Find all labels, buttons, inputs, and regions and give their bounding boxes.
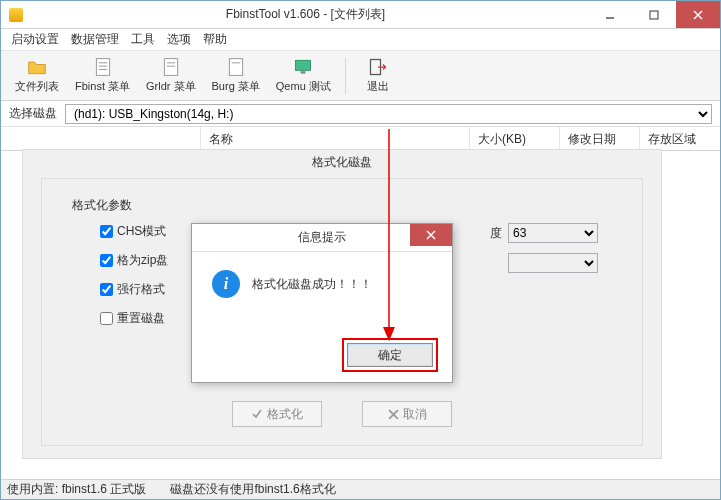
document-icon bbox=[93, 57, 113, 77]
column-size[interactable]: 大小(KB) bbox=[470, 127, 560, 150]
column-date[interactable]: 修改日期 bbox=[560, 127, 640, 150]
minimize-button[interactable] bbox=[588, 1, 632, 28]
messagebox-titlebar: 信息提示 bbox=[192, 224, 452, 252]
menu-item-help[interactable]: 帮助 bbox=[203, 31, 227, 48]
menu-item-data[interactable]: 数据管理 bbox=[71, 31, 119, 48]
chk-reset-input[interactable] bbox=[100, 312, 113, 325]
ok-button-highlight: 确定 bbox=[342, 338, 438, 372]
window-titlebar: FbinstTool v1.606 - [文件列表] bbox=[1, 1, 720, 29]
format-dialog-title: 格式化磁盘 bbox=[23, 150, 661, 177]
disk-select-row: 选择磁盘 (hd1): USB_Kingston(14g, H:) bbox=[1, 101, 720, 127]
ok-button[interactable]: 确定 bbox=[347, 343, 433, 367]
format-button[interactable]: 格式化 bbox=[232, 401, 322, 427]
svg-rect-11 bbox=[229, 59, 242, 76]
close-button[interactable] bbox=[676, 1, 720, 28]
format-params-label: 格式化参数 bbox=[72, 197, 132, 214]
chk-reset-disk[interactable]: 重置磁盘 bbox=[100, 310, 168, 327]
status-bar: 使用内置: fbinst1.6 正式版 磁盘还没有使用fbinst1.6格式化 bbox=[1, 479, 720, 499]
second-select[interactable] bbox=[508, 253, 598, 273]
chk-chs-mode[interactable]: CHS模式 bbox=[100, 223, 168, 240]
svg-rect-14 bbox=[301, 71, 306, 74]
menu-item-options[interactable]: 选项 bbox=[167, 31, 191, 48]
column-header: 名称 大小(KB) 修改日期 存放区域 bbox=[1, 127, 720, 151]
close-icon bbox=[426, 230, 436, 240]
chk-force-input[interactable] bbox=[100, 283, 113, 296]
toolbar-qemu-test[interactable]: Qemu 测试 bbox=[270, 55, 337, 96]
messagebox-message: 格式化磁盘成功！！！ bbox=[252, 276, 372, 293]
svg-rect-13 bbox=[296, 60, 311, 70]
chk-zip-input[interactable] bbox=[100, 254, 113, 267]
disk-select-dropdown[interactable]: (hd1): USB_Kingston(14g, H:) bbox=[65, 104, 712, 124]
document-icon bbox=[226, 57, 246, 77]
menu-item-tools[interactable]: 工具 bbox=[131, 31, 155, 48]
column-name[interactable]: 名称 bbox=[201, 127, 470, 150]
toolbar-fbinst-menu[interactable]: Fbinst 菜单 bbox=[69, 55, 136, 96]
chk-chs-input[interactable] bbox=[100, 225, 113, 238]
monitor-icon bbox=[293, 57, 313, 77]
toolbar-grldr-menu[interactable]: Grldr 菜单 bbox=[140, 55, 202, 96]
document-icon bbox=[161, 57, 181, 77]
chk-force-format[interactable]: 强行格式 bbox=[100, 281, 168, 298]
toolbar-file-list[interactable]: 文件列表 bbox=[9, 55, 65, 96]
toolbar-burg-menu[interactable]: Burg 菜单 bbox=[206, 55, 266, 96]
column-area[interactable]: 存放区域 bbox=[640, 127, 720, 150]
chk-zip-disk[interactable]: 格为zip盘 bbox=[100, 252, 168, 269]
info-messagebox: 信息提示 i 格式化磁盘成功！！！ 确定 bbox=[191, 223, 453, 383]
svg-rect-1 bbox=[650, 11, 658, 19]
svg-rect-8 bbox=[164, 59, 177, 76]
cancel-button[interactable]: 取消 bbox=[362, 401, 452, 427]
info-icon: i bbox=[212, 270, 240, 298]
app-icon bbox=[9, 8, 23, 22]
svg-rect-4 bbox=[96, 59, 109, 76]
disk-select-label: 选择磁盘 bbox=[9, 105, 57, 122]
check-icon bbox=[251, 408, 263, 420]
messagebox-close-button[interactable] bbox=[410, 224, 452, 246]
toolbar-exit[interactable]: 退出 bbox=[354, 55, 402, 96]
menu-item-startup[interactable]: 启动设置 bbox=[11, 31, 59, 48]
speed-label-suffix: 度 bbox=[490, 225, 502, 242]
window-title: FbinstTool v1.606 - [文件列表] bbox=[23, 6, 588, 23]
column-tree bbox=[1, 127, 201, 150]
toolbar: 文件列表 Fbinst 菜单 Grldr 菜单 Burg 菜单 Qemu 测试 … bbox=[1, 51, 720, 101]
status-right: 磁盘还没有使用fbinst1.6格式化 bbox=[170, 481, 335, 498]
folder-icon bbox=[27, 57, 47, 77]
status-left: 使用内置: fbinst1.6 正式版 bbox=[7, 481, 146, 498]
menu-bar: 启动设置 数据管理 工具 选项 帮助 bbox=[1, 29, 720, 51]
speed-select[interactable]: 63 bbox=[508, 223, 598, 243]
exit-icon bbox=[368, 57, 388, 77]
toolbar-separator bbox=[345, 58, 346, 94]
x-icon bbox=[388, 409, 399, 420]
maximize-button[interactable] bbox=[632, 1, 676, 28]
